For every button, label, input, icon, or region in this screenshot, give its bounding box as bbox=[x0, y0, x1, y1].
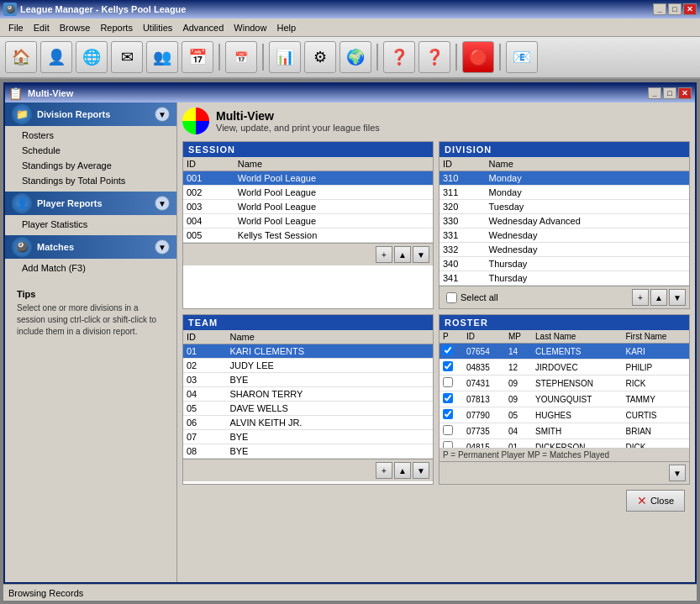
roster-checkbox[interactable] bbox=[443, 345, 453, 355]
table-row[interactable]: 004World Pool League bbox=[183, 214, 433, 228]
sidebar-item-add-match[interactable]: Add Match (F3) bbox=[5, 260, 176, 276]
roster-checkbox[interactable] bbox=[443, 361, 453, 371]
inner-close-button[interactable]: ✕ bbox=[678, 87, 692, 99]
toolbar-btn-world[interactable]: 🌍 bbox=[339, 41, 371, 73]
roster-footnote: P = Permanent Player MP = Matches Played bbox=[439, 448, 689, 461]
close-button-main[interactable]: ✕ bbox=[683, 3, 697, 15]
session-down-button[interactable]: ▼ bbox=[413, 246, 429, 263]
menu-utilities[interactable]: Utilities bbox=[138, 21, 177, 34]
table-row[interactable]: 003World Pool League bbox=[183, 200, 433, 214]
sidebar-header-division[interactable]: 📁 Division Reports ▼ bbox=[5, 102, 176, 126]
table-row[interactable]: 001World Pool League bbox=[183, 171, 433, 186]
session-table-body: 001World Pool League002World Pool League… bbox=[183, 171, 433, 243]
minimize-button[interactable]: _ bbox=[653, 3, 666, 15]
session-add-button[interactable]: + bbox=[376, 246, 392, 263]
select-all-checkbox[interactable] bbox=[446, 292, 457, 303]
table-row[interactable]: 331Wednesday bbox=[439, 228, 689, 243]
division-add-button[interactable]: + bbox=[632, 289, 649, 306]
session-table-scroll[interactable]: ID Name 001World Pool League002World Poo… bbox=[183, 157, 433, 243]
division-icon: 📁 bbox=[12, 104, 32, 124]
menu-edit[interactable]: Edit bbox=[29, 21, 55, 34]
multiview-header: Multi-View View, update, and print your … bbox=[182, 108, 690, 134]
table-row[interactable]: 320Tuesday bbox=[439, 200, 689, 214]
team-table-scroll[interactable]: ID Name 01KARI CLEMENTS02JUDY LEE03BYE04… bbox=[183, 330, 433, 459]
maximize-button[interactable]: □ bbox=[668, 3, 682, 15]
table-row[interactable]: 0765414CLEMENTSKARI bbox=[439, 344, 689, 360]
roster-table-scroll[interactable]: P ID MP Last Name First Name 0765414CLEM… bbox=[439, 330, 689, 448]
division-up-button[interactable]: ▲ bbox=[650, 289, 667, 306]
toolbar-btn-user[interactable]: 👤 bbox=[40, 41, 72, 73]
tips-text: Select one or more divisions in a sessio… bbox=[17, 302, 165, 338]
sidebar-header-player[interactable]: 👤 Player Reports ▼ bbox=[5, 192, 176, 215]
division-table-scroll[interactable]: ID Name 310Monday311Monday320Tuesday330W… bbox=[439, 157, 689, 286]
table-row[interactable]: 04SHARON TERRY bbox=[183, 387, 433, 402]
division-down-button[interactable]: ▼ bbox=[669, 289, 686, 306]
inner-maximize-button[interactable]: □ bbox=[663, 87, 676, 99]
table-row[interactable]: 06ALVIN KEITH JR. bbox=[183, 416, 433, 430]
inner-minimize-button[interactable]: _ bbox=[648, 87, 661, 99]
toolbar-btn-calendar[interactable]: 📅 bbox=[182, 41, 213, 73]
menu-help[interactable]: Help bbox=[271, 21, 301, 34]
table-row[interactable]: 311Monday bbox=[439, 186, 689, 200]
sidebar-item-standings-avg[interactable]: Standings by Average bbox=[5, 158, 176, 173]
menu-file[interactable]: File bbox=[3, 21, 29, 34]
close-window-button[interactable]: ✕ Close bbox=[626, 490, 685, 512]
table-row[interactable]: 07BYE bbox=[183, 430, 433, 444]
table-row[interactable]: 310Monday bbox=[439, 171, 689, 186]
menu-reports[interactable]: Reports bbox=[95, 21, 138, 34]
table-row[interactable]: 08BYE bbox=[183, 444, 433, 459]
table-row[interactable]: 0743109STEPHENSONRICK bbox=[439, 376, 689, 391]
toolbar-btn-date[interactable]: 📅 bbox=[225, 41, 257, 73]
sidebar-item-standings-total[interactable]: Standings by Total Points bbox=[5, 173, 176, 188]
roster-col-last: Last Name bbox=[532, 330, 622, 344]
table-row[interactable]: 0481501DICKERSONDICK bbox=[439, 439, 689, 449]
sidebar-item-schedule[interactable]: Schedule bbox=[5, 143, 176, 158]
table-row[interactable]: 341Thursday bbox=[439, 271, 689, 286]
toolbar-btn-help1[interactable]: ❓ bbox=[383, 41, 415, 73]
table-row[interactable]: 0773504SMITHBRIAN bbox=[439, 423, 689, 439]
table-row[interactable]: 002World Pool League bbox=[183, 186, 433, 200]
roster-checkbox[interactable] bbox=[443, 393, 453, 403]
table-row[interactable]: 01KARI CLEMENTS bbox=[183, 344, 433, 359]
sidebar-header-matches[interactable]: 🎱 Matches ▼ bbox=[5, 235, 176, 259]
toolbar-btn-help2[interactable]: ❓ bbox=[418, 41, 450, 73]
toolbar-btn-home[interactable]: 🏠 bbox=[5, 41, 37, 73]
toolbar-btn-email[interactable]: 📧 bbox=[506, 41, 538, 73]
sidebar-items-division: Rosters Schedule Standings by Average St… bbox=[5, 126, 176, 190]
sidebar-label-matches: Matches bbox=[37, 242, 74, 252]
table-row[interactable]: 02JUDY LEE bbox=[183, 359, 433, 373]
team-up-button[interactable]: ▲ bbox=[394, 462, 411, 479]
roster-checkbox[interactable] bbox=[443, 441, 453, 448]
table-row[interactable]: 03BYE bbox=[183, 373, 433, 387]
toolbar-btn-team[interactable]: 👥 bbox=[146, 41, 178, 73]
session-up-button[interactable]: ▲ bbox=[394, 246, 411, 263]
team-table: ID Name 01KARI CLEMENTS02JUDY LEE03BYE04… bbox=[183, 330, 433, 459]
toolbar-btn-settings[interactable]: ⚙ bbox=[304, 41, 336, 73]
table-row[interactable]: 0781309YOUNGQUISTTAMMY bbox=[439, 391, 689, 407]
table-row[interactable]: 0779005HUGHESCURTIS bbox=[439, 407, 689, 423]
table-row[interactable]: 340Thursday bbox=[439, 257, 689, 271]
collapse-player-button[interactable]: ▼ bbox=[155, 196, 170, 211]
team-add-button[interactable]: + bbox=[376, 462, 392, 479]
collapse-division-button[interactable]: ▼ bbox=[155, 107, 170, 122]
table-row[interactable]: 0483512JIRDOVECPHILIP bbox=[439, 360, 689, 376]
menu-browse[interactable]: Browse bbox=[55, 21, 96, 34]
table-row[interactable]: 330Wednesday Advanced bbox=[439, 214, 689, 228]
roster-scroll-button[interactable]: ▼ bbox=[669, 465, 686, 481]
roster-checkbox[interactable] bbox=[443, 425, 453, 435]
team-down-button[interactable]: ▼ bbox=[413, 462, 429, 479]
table-row[interactable]: 005Kellys Test Session bbox=[183, 228, 433, 243]
toolbar-btn-stop[interactable]: 🔴 bbox=[462, 41, 494, 73]
toolbar-btn-globe[interactable]: 🌐 bbox=[76, 41, 108, 73]
toolbar-btn-chart[interactable]: 📊 bbox=[269, 41, 301, 73]
sidebar-item-rosters[interactable]: Rosters bbox=[5, 128, 176, 143]
table-row[interactable]: 332Wednesday bbox=[439, 243, 689, 257]
sidebar-item-player-stats[interactable]: Player Statistics bbox=[5, 217, 176, 232]
menu-advanced[interactable]: Advanced bbox=[177, 21, 229, 34]
collapse-matches-button[interactable]: ▼ bbox=[155, 239, 170, 255]
table-row[interactable]: 05DAVE WELLS bbox=[183, 402, 433, 416]
roster-checkbox[interactable] bbox=[443, 377, 453, 387]
toolbar-btn-mail[interactable]: ✉ bbox=[111, 41, 143, 73]
roster-checkbox[interactable] bbox=[443, 409, 453, 419]
menu-window[interactable]: Window bbox=[229, 21, 271, 34]
